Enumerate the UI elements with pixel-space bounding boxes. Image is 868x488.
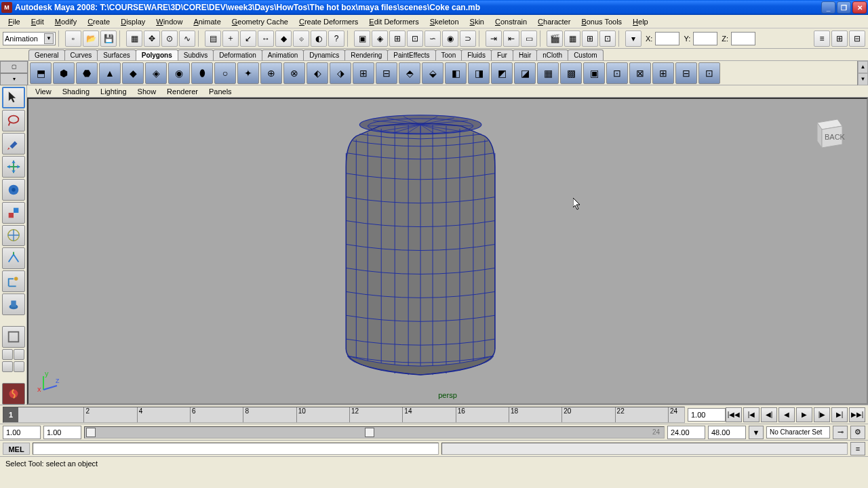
- step-forward-key-button[interactable]: |▶: [814, 407, 830, 422]
- shelf-icon-1[interactable]: ⬢: [53, 62, 75, 84]
- shelf-icon-17[interactable]: ⬙: [422, 62, 443, 84]
- rewind-button[interactable]: |◀◀: [726, 407, 742, 422]
- layout-3-button[interactable]: ⊟: [849, 30, 865, 47]
- hotbox-tool[interactable]: [2, 383, 25, 405]
- scale-tool[interactable]: [2, 202, 25, 224]
- shelf-icon-26[interactable]: ⊠: [629, 62, 651, 84]
- shelf-tab-deformation[interactable]: Deformation: [213, 49, 262, 60]
- shelf-tab-hair[interactable]: Hair: [513, 49, 537, 60]
- shelf-icon-3[interactable]: ▲: [99, 62, 121, 84]
- command-input[interactable]: [33, 443, 439, 455]
- film-button[interactable]: 🎬: [547, 30, 563, 47]
- universal-manip-tool[interactable]: [2, 225, 25, 247]
- snap-live-button[interactable]: ◆: [275, 30, 292, 47]
- magnet-button[interactable]: ⊃: [460, 30, 476, 47]
- rotate-tool[interactable]: [2, 179, 25, 201]
- select-handle-button[interactable]: ✥: [144, 30, 160, 47]
- range-slider[interactable]: 24: [84, 426, 665, 439]
- shelf-icon-12[interactable]: ⬖: [307, 62, 328, 84]
- menu-file[interactable]: File: [3, 16, 26, 27]
- shelf-tab-polygons[interactable]: Polygons: [136, 49, 178, 60]
- step-forward-frame-button[interactable]: ▶|: [831, 407, 848, 422]
- range-dropdown-button[interactable]: ▼: [749, 426, 764, 439]
- shelf-tab-ncloth[interactable]: nCloth: [536, 49, 568, 60]
- shelf-icon-11[interactable]: ⊗: [283, 62, 305, 84]
- menu-constrain[interactable]: Constrain: [490, 16, 532, 27]
- shelf-icon-22[interactable]: ▦: [537, 62, 559, 84]
- two-view-button[interactable]: [14, 349, 24, 360]
- move-tool[interactable]: [2, 156, 25, 178]
- panel-menu-show[interactable]: Show: [132, 87, 162, 96]
- minimize-button[interactable]: _: [821, 1, 835, 14]
- shelf-tab-fur[interactable]: Fur: [491, 49, 513, 60]
- snap-plane-button[interactable]: ↔: [258, 30, 274, 47]
- prefs-button[interactable]: ⚙: [850, 426, 865, 439]
- script-language-label[interactable]: MEL: [3, 443, 30, 455]
- snap-curve-button[interactable]: ＋: [222, 30, 239, 47]
- shelf-icon-13[interactable]: ⬗: [330, 62, 351, 84]
- menu-skin[interactable]: Skin: [465, 16, 490, 27]
- shelf-tab-animation[interactable]: Animation: [262, 49, 304, 60]
- menu-modify[interactable]: Modify: [50, 16, 82, 27]
- shelf-icon-7[interactable]: ⬮: [191, 62, 213, 84]
- select-curve-button[interactable]: ∿: [179, 30, 195, 47]
- panel-menu-panels[interactable]: Panels: [203, 87, 237, 96]
- shelf-tab-general[interactable]: General: [28, 49, 65, 60]
- menu-edit[interactable]: Edit: [26, 16, 50, 27]
- paint-select-tool[interactable]: [2, 133, 25, 155]
- panel-menu-renderer[interactable]: Renderer: [161, 87, 203, 96]
- shelf-icon-29[interactable]: ⊡: [698, 62, 720, 84]
- shelf-icon-4[interactable]: ◆: [122, 62, 144, 84]
- shelf-icon-15[interactable]: ⊟: [376, 62, 397, 84]
- input-connection-button[interactable]: ⇥: [486, 30, 502, 47]
- render-button[interactable]: ▣: [354, 30, 370, 47]
- new-scene-button[interactable]: ▫: [65, 30, 81, 47]
- layout-2-button[interactable]: ⊞: [831, 30, 848, 47]
- shelf-icon-23[interactable]: ▩: [560, 62, 582, 84]
- slot-button[interactable]: ⊡: [599, 30, 616, 47]
- menu-window[interactable]: Window: [151, 16, 188, 27]
- shelf-icon-19[interactable]: ◨: [468, 62, 490, 84]
- toggle-construction-button[interactable]: ▭: [521, 30, 537, 47]
- viewport[interactable]: x y z BACK persp: [27, 98, 868, 405]
- shelf-tab-subdivs[interactable]: Subdivs: [178, 49, 214, 60]
- show-manip-tool[interactable]: [2, 270, 25, 292]
- render-layer-button[interactable]: ∽: [425, 30, 441, 47]
- normals-button[interactable]: ◐: [311, 30, 327, 47]
- current-frame-marker[interactable]: 1: [3, 407, 18, 422]
- selection-type-button[interactable]: ▾: [625, 30, 642, 47]
- fast-forward-button[interactable]: ▶▶|: [849, 407, 865, 422]
- menu-animate[interactable]: Animate: [188, 16, 226, 27]
- menu-create[interactable]: Create: [82, 16, 115, 27]
- menu-edit-deformers[interactable]: Edit Deformers: [363, 16, 424, 27]
- last-tool[interactable]: [2, 293, 25, 315]
- current-frame-field[interactable]: 1.00: [688, 408, 726, 422]
- snap-grid-button[interactable]: ▤: [205, 30, 221, 47]
- layout-1-button[interactable]: ≡: [814, 30, 830, 47]
- shelf-icon-28[interactable]: ⊟: [675, 62, 697, 84]
- shelf-icon-9[interactable]: ✦: [237, 62, 259, 84]
- menu-bonus-tools[interactable]: Bonus Tools: [576, 16, 627, 27]
- snap-point-button[interactable]: ↙: [240, 30, 256, 47]
- help-button[interactable]: ?: [328, 30, 344, 47]
- shelf-tab-rendering[interactable]: Rendering: [344, 49, 388, 60]
- menu-display[interactable]: Display: [115, 16, 151, 27]
- shelf-icon-6[interactable]: ◉: [168, 62, 190, 84]
- shelf-icon-21[interactable]: ◪: [514, 62, 536, 84]
- shelf-menu-toggle[interactable]: ▢ ▾: [0, 61, 28, 85]
- range-outer-end-field[interactable]: 48.00: [708, 426, 746, 439]
- shelf-tab-custom[interactable]: Custom: [568, 49, 603, 60]
- range-handle-end[interactable]: [365, 428, 374, 437]
- panel-menu-shading[interactable]: Shading: [57, 87, 95, 96]
- view-cube[interactable]: BACK: [807, 113, 848, 153]
- shelf-icon-8[interactable]: ○: [214, 62, 236, 84]
- shelf-tab-fluids[interactable]: Fluids: [461, 49, 492, 60]
- lasso-tool[interactable]: [2, 110, 25, 131]
- shelf-tab-surfaces[interactable]: Surfaces: [97, 49, 136, 60]
- shelf-scroll[interactable]: ▲▼: [857, 61, 868, 85]
- save-scene-button[interactable]: 💾: [100, 30, 117, 47]
- history-button[interactable]: ⟐: [293, 30, 309, 47]
- render-spot-button[interactable]: ◉: [442, 30, 458, 47]
- menu-create-deformers[interactable]: Create Deformers: [294, 16, 363, 27]
- select-tool[interactable]: [2, 87, 25, 108]
